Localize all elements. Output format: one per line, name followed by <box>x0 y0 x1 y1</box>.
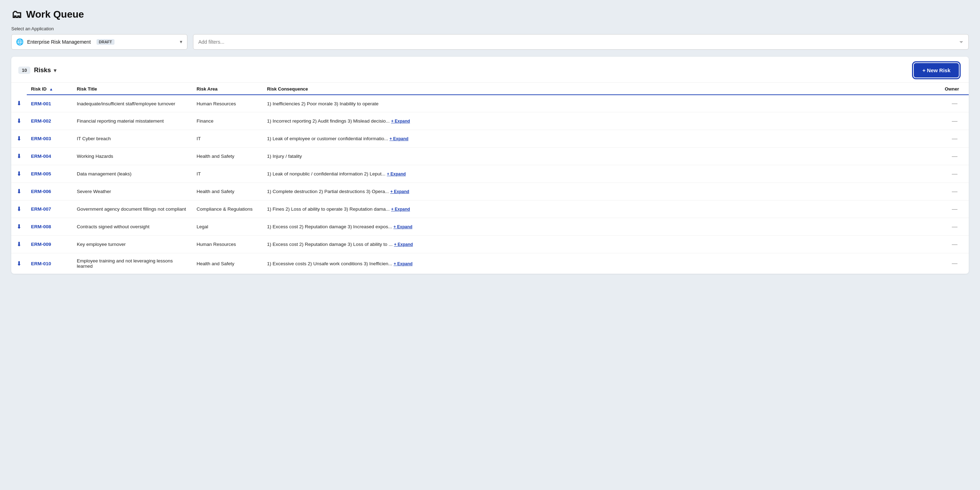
row-icon-cell: ⬇ <box>11 148 27 165</box>
risk-id-link[interactable]: ERM-003 <box>31 136 51 141</box>
download-icon: ⬇ <box>17 260 21 267</box>
table-row: ⬇ERM-005Data management (leaks)IT1) Leak… <box>11 165 969 183</box>
risk-id-link[interactable]: ERM-001 <box>31 101 51 107</box>
risk-owner-cell: — <box>940 165 969 183</box>
app-selector[interactable]: 🌐 Enterprise Risk Management DRAFT <box>11 34 188 50</box>
risks-title-group: 10 Risks ▼ <box>18 67 57 74</box>
download-icon: ⬇ <box>17 100 21 107</box>
select-app-label: Select an Application <box>11 26 969 31</box>
risk-consequence-cell: 1) Excessive costs 2) Unsafe work condit… <box>263 253 940 274</box>
expand-link[interactable]: + Expand <box>393 261 412 266</box>
risk-id-cell: ERM-002 <box>27 112 73 130</box>
risk-owner-cell: — <box>940 95 969 112</box>
risk-owner-cell: — <box>940 112 969 130</box>
risk-area-cell: IT <box>192 130 263 148</box>
row-icon-cell: ⬇ <box>11 130 27 148</box>
risk-consequence-cell: 1) Excess cost 2) Reputation damage 3) L… <box>263 235 940 253</box>
expand-link[interactable]: + Expand <box>390 189 409 194</box>
risk-owner-cell: — <box>940 183 969 200</box>
th-risk-title: Risk Title <box>73 83 192 95</box>
risk-owner-cell: — <box>940 200 969 218</box>
expand-link[interactable]: + Expand <box>391 207 410 212</box>
consequence-text: 1) Excess cost 2) Reputation damage 3) L… <box>267 242 393 247</box>
download-icon: ⬇ <box>17 206 21 212</box>
expand-link[interactable]: + Expand <box>387 172 406 177</box>
risk-id-link[interactable]: ERM-007 <box>31 207 51 212</box>
risks-label[interactable]: Risks ▼ <box>34 67 57 74</box>
risk-owner-cell: — <box>940 130 969 148</box>
owner-dash: — <box>952 171 958 177</box>
draft-badge: DRAFT <box>97 39 115 45</box>
row-icon-cell: ⬇ <box>11 95 27 112</box>
risk-owner-cell: — <box>940 253 969 274</box>
risk-id-cell: ERM-003 <box>27 130 73 148</box>
risk-id-cell: ERM-005 <box>27 165 73 183</box>
risk-owner-cell: — <box>940 148 969 165</box>
folder-icon: 🗂 <box>11 8 22 21</box>
risk-area-cell: Compliance & Regulations <box>192 200 263 218</box>
risk-owner-cell: — <box>940 218 969 235</box>
th-owner: Owner <box>940 83 969 95</box>
risk-id-link[interactable]: ERM-002 <box>31 118 51 124</box>
owner-dash: — <box>952 118 958 124</box>
th-risk-id[interactable]: Risk ID ▲ <box>27 83 73 95</box>
download-icon: ⬇ <box>17 223 21 230</box>
sort-icon: ▲ <box>49 87 53 91</box>
th-risk-consequence: Risk Consequence <box>263 83 940 95</box>
risk-title-cell: Working Hazards <box>73 148 192 165</box>
risk-id-link[interactable]: ERM-006 <box>31 189 51 194</box>
row-icon-cell: ⬇ <box>11 165 27 183</box>
card-header: 10 Risks ▼ + New Risk <box>11 57 969 83</box>
risk-id-link[interactable]: ERM-008 <box>31 224 51 229</box>
risk-id-link[interactable]: ERM-005 <box>31 171 51 177</box>
table-row: ⬇ERM-001Inadequate/insufficient staff/em… <box>11 95 969 112</box>
row-icon-cell: ⬇ <box>11 218 27 235</box>
owner-dash: — <box>952 153 958 159</box>
expand-link[interactable]: + Expand <box>390 136 409 141</box>
expand-link[interactable]: + Expand <box>391 119 410 124</box>
filter-input[interactable] <box>193 34 969 50</box>
risk-id-cell: ERM-006 <box>27 183 73 200</box>
risk-count-badge: 10 <box>18 67 30 74</box>
download-icon: ⬇ <box>17 241 21 248</box>
risk-id-link[interactable]: ERM-010 <box>31 261 51 266</box>
risk-title-cell: Financial reporting material misstatemen… <box>73 112 192 130</box>
consequence-text: 1) Inefficiencies 2) Poor morale 3) Inab… <box>267 101 378 107</box>
risk-id-cell: ERM-010 <box>27 253 73 274</box>
table-row: ⬇ERM-003IT Cyber breachIT1) Leak of empl… <box>11 130 969 148</box>
consequence-text: 1) Complete destruction 2) Partial destr… <box>267 189 389 194</box>
risk-title-cell: IT Cyber breach <box>73 130 192 148</box>
risk-title-cell: Contracts signed without oversight <box>73 218 192 235</box>
risk-id-cell: ERM-004 <box>27 148 73 165</box>
table-body: ⬇ERM-001Inadequate/insufficient staff/em… <box>11 95 969 274</box>
owner-dash: — <box>952 260 958 266</box>
owner-dash: — <box>952 100 958 107</box>
expand-link[interactable]: + Expand <box>394 242 413 247</box>
risk-consequence-cell: 1) Incorrect reporting 2) Audit findings… <box>263 112 940 130</box>
risk-title-cell: Severe Weather <box>73 183 192 200</box>
consequence-text: 1) Injury / fatality <box>267 154 302 159</box>
risk-consequence-cell: 1) Injury / fatality <box>263 148 940 165</box>
consequence-text: 1) Leak of nonpublic / confidential info… <box>267 171 385 177</box>
consequence-text: 1) Incorrect reporting 2) Audit findings… <box>267 118 390 124</box>
risk-consequence-cell: 1) Inefficiencies 2) Poor morale 3) Inab… <box>263 95 940 112</box>
risks-chevron-icon: ▼ <box>53 68 58 73</box>
row-icon-cell: ⬇ <box>11 112 27 130</box>
filter-input-wrapper: ⏷ <box>193 34 969 50</box>
table-header-row: Risk ID ▲ Risk Title Risk Area Risk Cons… <box>11 83 969 95</box>
page-title: 🗂 Work Queue <box>11 8 969 21</box>
owner-dash: — <box>952 135 958 142</box>
risk-title-cell: Key employee turnover <box>73 235 192 253</box>
download-icon: ⬇ <box>17 118 21 124</box>
new-risk-button[interactable]: + New Risk <box>914 63 959 78</box>
expand-link[interactable]: + Expand <box>393 224 412 229</box>
risk-id-link[interactable]: ERM-004 <box>31 154 51 159</box>
table-row: ⬇ERM-004Working HazardsHealth and Safety… <box>11 148 969 165</box>
consequence-text: 1) Excess cost 2) Reputation damage 3) I… <box>267 224 392 229</box>
table-row: ⬇ERM-008Contracts signed without oversig… <box>11 218 969 235</box>
risk-id-link[interactable]: ERM-009 <box>31 242 51 247</box>
risk-consequence-cell: 1) Leak of nonpublic / confidential info… <box>263 165 940 183</box>
consequence-text: 1) Leak of employee or customer confiden… <box>267 136 388 141</box>
risk-title-cell: Government agency document fillings not … <box>73 200 192 218</box>
risk-area-cell: Legal <box>192 218 263 235</box>
